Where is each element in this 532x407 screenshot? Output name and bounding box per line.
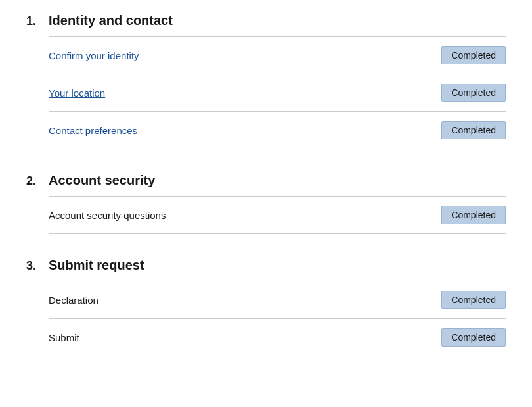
item-row-1-3: Contact preferencesCompleted bbox=[49, 112, 506, 149]
status-badge-1-1: Completed bbox=[441, 46, 506, 64]
section-2-header: 2.Account security bbox=[26, 173, 506, 188]
section-1-header: 1.Identity and contact bbox=[26, 13, 506, 28]
status-badge-1-2: Completed bbox=[441, 84, 506, 102]
section-1-number: 1. bbox=[26, 14, 42, 28]
item-label-1-1[interactable]: Confirm your identity bbox=[49, 50, 139, 61]
item-label-2-1: Account security questions bbox=[49, 210, 166, 221]
status-badge-3-1: Completed bbox=[441, 291, 506, 309]
status-badge-2-1: Completed bbox=[441, 206, 506, 224]
section-3-items: DeclarationCompletedSubmitCompleted bbox=[49, 281, 506, 356]
section-2: 2.Account securityAccount security quest… bbox=[26, 173, 506, 234]
item-label-3-2: Submit bbox=[49, 332, 79, 343]
section-2-title: Account security bbox=[49, 173, 155, 188]
status-badge-1-3: Completed bbox=[441, 121, 506, 139]
item-row-3-1: DeclarationCompleted bbox=[49, 281, 506, 319]
section-3-number: 3. bbox=[26, 259, 42, 273]
item-label-1-3[interactable]: Contact preferences bbox=[49, 125, 137, 136]
section-1: 1.Identity and contactConfirm your ident… bbox=[26, 13, 506, 149]
item-row-1-1: Confirm your identityCompleted bbox=[49, 37, 506, 74]
section-2-number: 2. bbox=[26, 174, 42, 188]
section-1-title: Identity and contact bbox=[49, 13, 173, 28]
section-3-header: 3.Submit request bbox=[26, 258, 506, 273]
item-label-1-2[interactable]: Your location bbox=[49, 87, 105, 99]
item-row-1-2: Your locationCompleted bbox=[49, 74, 506, 112]
item-row-2-1: Account security questionsCompleted bbox=[49, 197, 506, 234]
section-3: 3.Submit requestDeclarationCompletedSubm… bbox=[26, 258, 506, 356]
status-badge-3-2: Completed bbox=[441, 328, 506, 347]
section-1-items: Confirm your identityCompletedYour locat… bbox=[49, 36, 506, 149]
item-row-3-2: SubmitCompleted bbox=[49, 319, 506, 356]
section-2-items: Account security questionsCompleted bbox=[49, 196, 506, 234]
section-3-title: Submit request bbox=[49, 258, 144, 273]
page-content: 1.Identity and contactConfirm your ident… bbox=[26, 13, 506, 356]
item-label-3-1: Declaration bbox=[49, 295, 99, 306]
